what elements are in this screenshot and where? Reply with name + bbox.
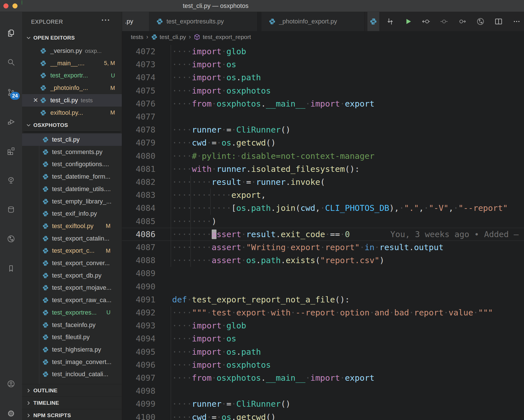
code-line[interactable]: 4096····import·osxphotos bbox=[122, 358, 524, 371]
code-line[interactable]: 4079····cwd·=·os.getcwd() bbox=[122, 136, 524, 149]
code-line[interactable]: 4082········result·=·runner.invoke( bbox=[122, 176, 524, 189]
line-number: 4094 bbox=[122, 332, 155, 345]
code-editor[interactable]: 4072····import·glob4073····import·os4074… bbox=[122, 43, 524, 420]
diff-icon[interactable] bbox=[385, 17, 395, 26]
search-icon[interactable] bbox=[0, 54, 22, 70]
close-icon[interactable]: ✕ bbox=[32, 97, 39, 104]
file-tree-item[interactable]: test_exif_info.py bbox=[22, 207, 122, 220]
open-editor-filename: test_exportr... bbox=[50, 72, 88, 79]
bookmarks-icon[interactable] bbox=[0, 261, 22, 276]
file-tree-item[interactable]: test_cli.py bbox=[22, 133, 122, 146]
code-line[interactable]: 4072····import·glob bbox=[122, 45, 524, 58]
code-line[interactable]: 4093····import·glob bbox=[122, 319, 524, 332]
file-tree-item[interactable]: test_faceinfo.py bbox=[22, 319, 122, 331]
account-icon[interactable] bbox=[0, 376, 22, 392]
code-line[interactable]: 4100····cwd·=·os.getcwd() bbox=[122, 411, 524, 420]
editor-tab[interactable]: _photoinfo_export.py bbox=[261, 12, 365, 31]
sidebar-section-timeline[interactable]: TIMELINE bbox=[22, 397, 122, 409]
code-line[interactable]: 4085········) bbox=[122, 215, 524, 228]
file-tree-item[interactable]: test_exportres...U bbox=[22, 306, 122, 319]
prev-change-icon[interactable] bbox=[421, 17, 431, 26]
file-tree-item[interactable]: test_exiftool.pyM bbox=[22, 220, 122, 232]
settings-icon[interactable] bbox=[0, 406, 22, 420]
code-line[interactable]: 4074····import·os.path bbox=[122, 71, 524, 84]
indent-guide bbox=[171, 84, 171, 97]
file-tree-item[interactable]: test_fileutil.py bbox=[22, 331, 122, 343]
code-line[interactable]: 4091def·test_export_report_not_a_file(): bbox=[122, 293, 524, 306]
open-editor-item[interactable]: ✕test_cli.pytests bbox=[22, 94, 122, 107]
file-tree-item[interactable]: test_image_convert... bbox=[22, 356, 122, 368]
code-line[interactable]: 4078····runner·=·CliRunner() bbox=[122, 123, 524, 136]
file-tree-item[interactable]: test_datetime_form... bbox=[22, 170, 122, 183]
code-line[interactable]: 4081····with·runner.isolated_filesystem(… bbox=[122, 163, 524, 176]
file-tree-item[interactable]: test_export_mojave... bbox=[22, 282, 122, 294]
file-tree-item[interactable]: test_export_db.py bbox=[22, 269, 122, 282]
open-editor-filename: exiftool.py... bbox=[50, 109, 83, 116]
code-line[interactable]: 4080····#·pylint:·disable=not-context-ma… bbox=[122, 150, 524, 163]
open-editor-item[interactable]: __main__....5, M bbox=[22, 57, 122, 70]
open-editor-item[interactable]: _photoinfo_...M bbox=[22, 82, 122, 94]
code-line[interactable]: 4076····from·osxphotos.__main__·import·e… bbox=[122, 97, 524, 110]
sidebar-section-outline[interactable]: OUTLINE bbox=[22, 384, 122, 397]
code-line[interactable]: 4097····from·osxphotos.__main__·import·e… bbox=[122, 371, 524, 384]
editor-tab[interactable]: .py bbox=[122, 12, 149, 31]
code-line[interactable]: 4086········assert·result.exit_code·==·0… bbox=[122, 228, 524, 241]
code-line[interactable]: 4073····import·os bbox=[122, 58, 524, 71]
code-line[interactable]: 4089 bbox=[122, 267, 524, 280]
gitlens-icon[interactable] bbox=[0, 231, 22, 247]
more-icon[interactable] bbox=[512, 17, 521, 26]
code-line[interactable]: 4090 bbox=[122, 280, 524, 293]
code-line[interactable]: 4083············export, bbox=[122, 189, 524, 202]
file-tree-item[interactable]: test_export_catalin... bbox=[22, 232, 122, 245]
next-change-icon[interactable] bbox=[458, 17, 467, 26]
split-editor-icon[interactable] bbox=[494, 17, 503, 26]
code-line[interactable]: 4087········assert·"Writing·export·repor… bbox=[122, 241, 524, 254]
explorer-icon[interactable] bbox=[0, 25, 22, 41]
open-editor-item[interactable]: test_exportr...U bbox=[22, 69, 122, 82]
explorer-more-actions-icon[interactable]: ··· bbox=[101, 16, 111, 25]
code-line[interactable]: 4084············[os.path.join(cwd,·CLI_P… bbox=[122, 202, 524, 215]
open-editor-item[interactable]: exiftool.py...M bbox=[22, 107, 122, 119]
pinned-python-tab[interactable] bbox=[367, 12, 379, 31]
code-line[interactable]: 4094····import·os bbox=[122, 332, 524, 345]
editor-tab[interactable]: test_exportresults.py bbox=[149, 12, 257, 31]
sidebar-section-npm-scripts[interactable]: NPM SCRIPTS bbox=[22, 409, 122, 420]
source-control-icon[interactable]: 24 bbox=[0, 85, 22, 100]
file-tree-item[interactable]: test_export_raw_ca... bbox=[22, 294, 122, 306]
file-tree-item[interactable]: test_export_c...M bbox=[22, 244, 122, 257]
close-window-button[interactable] bbox=[3, 3, 8, 8]
file-tree-item[interactable]: test_export_conver... bbox=[22, 257, 122, 269]
breadcrumb-item[interactable]: tests bbox=[131, 34, 143, 40]
python-icon bbox=[370, 18, 377, 25]
database-icon[interactable] bbox=[0, 202, 22, 218]
code-line[interactable]: 4098 bbox=[122, 384, 524, 397]
file-tree-item[interactable]: test_datetime_utils.... bbox=[22, 183, 122, 195]
file-tree-item[interactable]: test_incloud_catali... bbox=[22, 368, 122, 380]
code-line[interactable]: 4099····runner·=·CliRunner() bbox=[122, 397, 524, 410]
run-debug-icon[interactable] bbox=[0, 114, 22, 129]
line-number: 4081 bbox=[122, 163, 155, 176]
file-tree-item[interactable]: test_configoptions.... bbox=[22, 158, 122, 170]
gitlens-icon[interactable] bbox=[476, 17, 485, 26]
run-icon[interactable] bbox=[403, 17, 413, 26]
maximize-window-button[interactable] bbox=[22, 0, 22, 5]
todo-tree-icon[interactable] bbox=[0, 172, 22, 188]
breadcrumb-item[interactable]: test_cli.py bbox=[151, 34, 186, 40]
change-icon[interactable] bbox=[439, 17, 449, 26]
code-line[interactable]: 4088········assert·os.path.exists("repor… bbox=[122, 254, 524, 267]
open-editor-item[interactable]: _version.pyosxp... bbox=[22, 45, 122, 57]
code-line[interactable]: 4095····import·os.path bbox=[122, 345, 524, 358]
breadcrumb-item[interactable]: test_export_report bbox=[194, 34, 251, 40]
minimize-window-button[interactable] bbox=[12, 3, 18, 8]
code-line[interactable]: 4092····"""·test·export·with·--report·op… bbox=[122, 306, 524, 319]
project-section-header[interactable]: OSXPHOTOS bbox=[22, 119, 122, 131]
open-editors-section-header[interactable]: OPEN EDITORS bbox=[22, 32, 122, 44]
file-name: test_highsierra.py bbox=[52, 346, 101, 353]
file-tree-item[interactable]: test_empty_library_... bbox=[22, 195, 122, 208]
code-line[interactable]: 4075····import·osxphotos bbox=[122, 84, 524, 97]
file-tree-item[interactable]: test_comments.py bbox=[22, 146, 122, 158]
code-line[interactable]: 4077 bbox=[122, 110, 524, 123]
file-tree-item[interactable]: test_highsierra.py bbox=[22, 343, 122, 356]
extensions-icon[interactable] bbox=[0, 143, 22, 159]
file-name: test_export_conver... bbox=[52, 259, 110, 267]
